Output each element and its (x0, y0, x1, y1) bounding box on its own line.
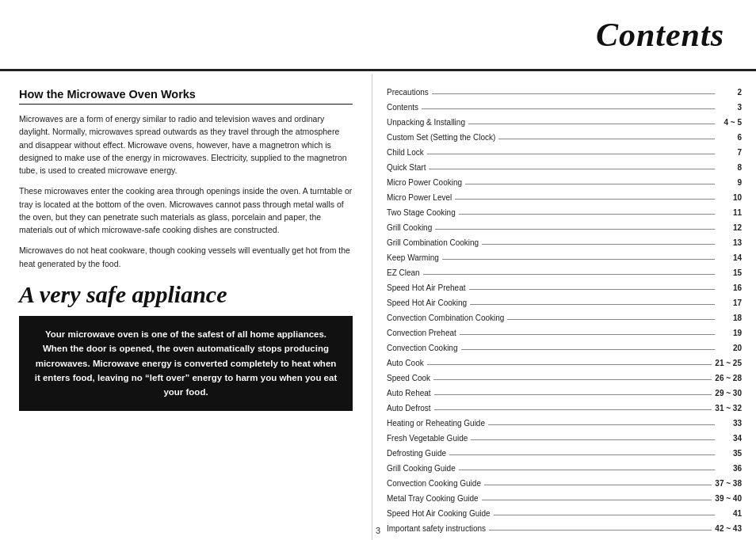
toc-row: Quick Start8 (387, 158, 742, 172)
toc-label: Grill Cooking (387, 223, 432, 232)
toc-row: Child Lock7 (387, 143, 742, 157)
toc-label: Auto Cook (387, 359, 424, 367)
toc-page: 33 (718, 419, 742, 428)
toc-dots (470, 304, 715, 305)
toc-page: 26 ~ 28 (715, 374, 742, 382)
toc-row: EZ Clean15 (387, 264, 742, 277)
toc-page: 34 (718, 434, 742, 443)
toc-dots (459, 214, 715, 215)
toc-row: Auto Defrost31 ~ 32 (387, 399, 742, 413)
toc-dots (469, 289, 715, 290)
toc-row: Keep Warming14 (387, 249, 742, 262)
toc-page: 31 ~ 32 (715, 404, 742, 413)
toc-page: 29 ~ 30 (715, 389, 742, 397)
toc-page: 16 (718, 283, 742, 292)
toc-page: 3 (718, 103, 742, 112)
page-title: Contents (596, 16, 724, 54)
toc-page: 35 (718, 449, 742, 458)
toc-label: Micro Power Level (387, 193, 452, 202)
toc-table: Precautions2Contents3Unpacking & Install… (387, 83, 742, 540)
toc-row: Speed Cook26 ~ 28 (387, 369, 742, 382)
toc-dots (489, 530, 712, 530)
paragraph-2: These microwaves enter the cooking area … (19, 184, 353, 236)
footer-page-number: 3 (376, 526, 380, 535)
header: Contents (0, 0, 756, 71)
toc-label: Important safety instructions (387, 524, 486, 533)
paragraph-3: Microwaves do not heat cookware, though … (19, 244, 353, 270)
toc-dots (461, 349, 716, 350)
toc-page: 19 (718, 329, 742, 337)
toc-page: 36 (718, 464, 742, 473)
toc-dots (471, 439, 715, 440)
toc-page: 2 (718, 88, 742, 97)
appliance-title: A very safe appliance (19, 281, 353, 308)
toc-label: Auto Defrost (387, 404, 431, 413)
section-heading: How the Microwave Oven Works (19, 88, 353, 105)
toc-label: Child Lock (387, 148, 424, 157)
toc-page: 10 (718, 193, 742, 202)
toc-dots (488, 424, 715, 425)
toc-dots (468, 124, 715, 124)
toc-dots (449, 454, 715, 455)
toc-label: Convection Cooking (387, 344, 458, 352)
toc-dots (434, 394, 712, 395)
toc-dots (482, 244, 715, 245)
toc-label: Two Stage Cooking (387, 208, 456, 217)
paragraph-1: Microwaves are a form of energy similar … (19, 112, 353, 177)
toc-row: Unpacking & Installing4 ~ 5 (387, 113, 742, 127)
toc-column: Precautions2Contents3Unpacking & Install… (372, 74, 756, 540)
toc-row: Speed Hot Air Cooking Guide41 (387, 504, 742, 518)
toc-page: 42 ~ 43 (715, 524, 742, 533)
toc-label: Custom Set (Setting the Clock) (387, 133, 495, 142)
toc-dots (427, 154, 715, 154)
toc-label: Contents (387, 103, 418, 112)
toc-dots (434, 409, 712, 410)
toc-row: Metal Tray Cooking Guide39 ~ 40 (387, 489, 742, 503)
toc-page: 14 (718, 253, 742, 262)
toc-dots (429, 169, 715, 169)
toc-row: Defrosting Guide35 (387, 444, 742, 458)
toc-row: Convection Cooking Guide37 ~ 38 (387, 474, 742, 488)
toc-dots (433, 379, 712, 380)
toc-label: Grill Combination Cooking (387, 238, 479, 247)
toc-page: 9 (718, 178, 742, 187)
toc-page: 17 (718, 299, 742, 307)
toc-row: Speed Hot Air Cooking17 (387, 294, 742, 307)
toc-dots (442, 259, 715, 260)
toc-row: Speed Hot Air Preheat16 (387, 279, 742, 292)
toc-page: 15 (718, 268, 742, 277)
safety-box: Your microwave oven is one of the safest… (19, 316, 353, 411)
toc-dots (498, 139, 715, 139)
toc-row: Grill Cooking Guide36 (387, 459, 742, 473)
toc-row: Convection Cooking20 (387, 339, 742, 352)
toc-label: Defrosting Guide (387, 449, 446, 458)
toc-row: Grill Cooking12 (387, 219, 742, 232)
toc-label: Quick Start (387, 163, 426, 172)
toc-row: Grill Combination Cooking13 (387, 234, 742, 247)
toc-row: Two Stage Cooking11 (387, 203, 742, 217)
toc-dots (423, 274, 715, 275)
toc-row: Important safety instructions42 ~ 43 (387, 519, 742, 533)
toc-label: Fresh Vegetable Guide (387, 434, 468, 443)
toc-row: Micro Power Level10 (387, 188, 742, 202)
toc-label: Speed Hot Air Cooking (387, 299, 467, 307)
toc-label: Micro Power Cooking (387, 178, 462, 187)
left-column: How the Microwave Oven Works Microwaves … (0, 74, 372, 540)
main-content: How the Microwave Oven Works Microwaves … (0, 74, 756, 540)
toc-row: Convection Preheat19 (387, 324, 742, 337)
toc-dots (465, 184, 715, 184)
toc-label: Auto Reheat (387, 389, 431, 397)
toc-dots (455, 199, 715, 200)
toc-page: 7 (718, 148, 742, 157)
toc-row: Fresh Vegetable Guide34 (387, 429, 742, 443)
toc-row: Custom Set (Setting the Clock)6 (387, 128, 742, 142)
toc-label: Metal Tray Cooking Guide (387, 494, 479, 503)
toc-row: Heating or Reheating Guide33 (387, 414, 742, 428)
toc-page: 6 (718, 133, 742, 142)
toc-dots (460, 334, 715, 335)
toc-label: Precautions (387, 88, 429, 97)
toc-label: Speed Hot Air Cooking Guide (387, 509, 491, 518)
toc-dots (427, 364, 712, 365)
toc-page: 41 (718, 509, 742, 518)
toc-page: 11 (718, 208, 742, 217)
